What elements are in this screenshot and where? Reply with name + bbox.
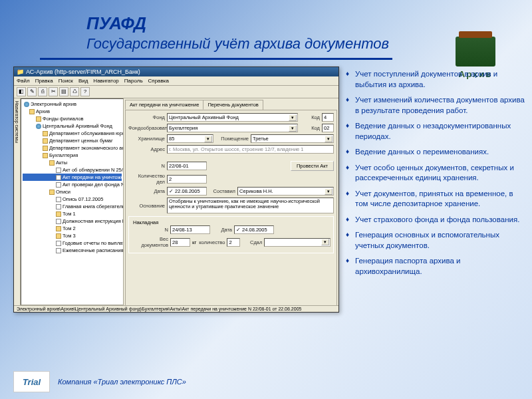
tree-item[interactable]: Акты: [23, 159, 122, 166]
room-label: Помещение: [215, 136, 249, 142]
menu-search[interactable]: Поиск: [59, 78, 73, 84]
tree-item[interactable]: Акт проверки дел фонда N 24-08/01 от 24.…: [23, 181, 122, 188]
feature-bullet: Генерация паспорта архива и архивохранил…: [346, 256, 525, 277]
qty-label: Количество дел: [128, 173, 165, 185]
folder-icon: [56, 211, 61, 217]
basis-textarea[interactable]: Отобраны к уничтожению, как не имеющие н…: [167, 198, 334, 213]
tree-item[interactable]: Описи: [23, 188, 122, 196]
tree-item[interactable]: Опись 07.12.2005: [23, 196, 122, 203]
weight-input[interactable]: 28: [170, 238, 190, 247]
weight-qty-label: количество: [198, 239, 225, 245]
fond-code-input[interactable]: 4: [322, 113, 334, 122]
tree-item[interactable]: Департамент ценных бумаг: [23, 137, 122, 144]
date-input[interactable]: ✓ 22.08.2005: [167, 187, 207, 196]
tree-item[interactable]: Департамент обслуживания юридических лиц…: [23, 130, 122, 137]
tree-item[interactable]: Должностная инструкция Главного бухгалте…: [23, 217, 122, 225]
tree-item[interactable]: Центральный Архивный Фонд: [23, 122, 122, 130]
tree-item[interactable]: Годовые отчеты по выплатам налогов в бюд…: [23, 239, 122, 247]
doc-icon: [56, 182, 61, 188]
feature-bullet: Ведение данных о незадокументированных п…: [346, 121, 525, 142]
folder-icon: [43, 153, 48, 158]
toolbar-button[interactable]: ♺: [70, 87, 79, 96]
doc-icon: [56, 197, 61, 202]
storage-dropdown[interactable]: 85: [167, 134, 213, 143]
app-icon: 📁: [17, 68, 24, 75]
feature-bullet: Учет поступлений документов в архив и вы…: [346, 69, 525, 90]
company-name: Компания «Триал электроникс ПЛС»: [58, 378, 186, 386]
menu-navigator[interactable]: Навигатор: [93, 78, 118, 84]
folder-icon: [43, 131, 48, 136]
tree-item[interactable]: Бухгалтерия: [23, 152, 122, 159]
globe-icon: [36, 124, 41, 129]
folder-icon: [29, 109, 35, 114]
tree-item[interactable]: Ежемесячные расписания по расчетному сче…: [23, 247, 122, 254]
creator-label: Фондообразователь: [128, 125, 165, 131]
inv-date-input[interactable]: ✓ 24.08.2005: [234, 225, 274, 234]
toolbar-button[interactable]: ✎: [27, 87, 37, 96]
tree-item[interactable]: Архив: [23, 108, 122, 115]
doc-icon: [56, 175, 61, 180]
feature-bullet: Учет особо ценных документов, секретных …: [346, 163, 525, 184]
fond-dropdown[interactable]: Центральный Архивный Фонд: [167, 113, 298, 122]
tab-list[interactable]: Перечень документов: [203, 100, 263, 110]
address-label: Адрес: [128, 146, 165, 152]
author-label: Составил: [209, 188, 235, 194]
folder-icon: [56, 226, 61, 231]
menu-file[interactable]: Файл: [17, 78, 30, 84]
room-dropdown[interactable]: Третье: [251, 134, 334, 143]
process-act-button[interactable]: Провести Акт: [291, 161, 334, 171]
tree-item[interactable]: Департамент экономического анализа и пла…: [23, 144, 122, 152]
tab-act[interactable]: Акт передачи на уничтожение: [125, 100, 203, 110]
folder-icon: [56, 233, 61, 239]
feature-bullet: Генерация основных и вспомогательных уче…: [346, 230, 525, 251]
basis-label: Основание: [128, 203, 165, 209]
navigator-tab[interactable]: Навигатор системы: [14, 98, 21, 305]
menu-password[interactable]: Пароль: [124, 78, 143, 84]
feature-list: Учет поступлений документов в архив и вы…: [346, 66, 525, 313]
weight-qty-input[interactable]: 2: [227, 238, 240, 247]
qty-input[interactable]: 2: [167, 175, 207, 184]
menubar: Файл Правка Поиск Вид Навигатор Пароль С…: [14, 76, 338, 86]
tree-item[interactable]: Акт об обнаружении N 25/08-01 от 25.08.2…: [23, 166, 122, 174]
tree-item[interactable]: Главная книга сберегательного банка за 2…: [23, 203, 122, 210]
toolbar-button[interactable]: ▤: [59, 87, 68, 96]
menu-view[interactable]: Вид: [78, 78, 88, 84]
code-label: Код: [300, 114, 320, 120]
tree-item[interactable]: Том 3: [23, 232, 122, 239]
tree-item[interactable]: Том 2: [23, 225, 122, 232]
weight-unit: кг: [192, 239, 196, 245]
menu-help[interactable]: Справка: [148, 78, 169, 84]
toolbar-button[interactable]: ?: [80, 87, 90, 96]
toolbar: ◧ ✎ ⎙ ✂ ▤ ♺ ?: [14, 86, 338, 98]
invoice-group: Накладная N 24/08-13 Дата ✓ 24.08.2005 В…: [128, 216, 334, 253]
statusbar: Электронный архив\Архив\Центральный Архи…: [14, 305, 338, 312]
creator-dropdown[interactable]: Бухгалтерия: [167, 124, 298, 132]
handed-dropdown[interactable]: [264, 238, 331, 247]
n-input[interactable]: 22/08-01: [167, 162, 207, 170]
folder-icon: [43, 146, 48, 151]
tree-root[interactable]: Электронный архив: [23, 100, 122, 108]
form-body: Фонд Центральный Архивный Фонд Код 4 Фон…: [125, 110, 337, 305]
handed-label: Сдал: [242, 239, 262, 245]
inv-date-label: Дата: [212, 227, 232, 233]
inv-n-label: N: [132, 227, 168, 233]
tree-item[interactable]: Том 1: [23, 210, 122, 217]
toolbar-button[interactable]: ✂: [49, 87, 58, 96]
tree-item[interactable]: Акт передачи на уничтожение N 22/08-01 о…: [23, 174, 122, 181]
inv-n-input[interactable]: 24/08-13: [170, 225, 210, 234]
tree-view[interactable]: Электронный архив АрхивФонды филиаловЦен…: [21, 98, 124, 305]
doc-icon: [56, 219, 61, 224]
folder-icon: [36, 116, 41, 122]
toolbar-button[interactable]: ◧: [17, 87, 26, 96]
date-label: Дата: [128, 188, 165, 194]
window-titlebar: 📁 АС-Архив (http-server/FIRM_ARCH_Банк): [14, 67, 338, 76]
address-input[interactable]: г. Москва, ул. Открытое шоссе, строение …: [167, 145, 334, 154]
doc-icon: [56, 241, 61, 246]
toolbar-button[interactable]: ⎙: [38, 87, 47, 96]
folder-icon: [49, 160, 55, 166]
creator-code-input[interactable]: 02: [322, 124, 334, 132]
menu-edit[interactable]: Правка: [35, 78, 53, 84]
n-label: N: [128, 163, 165, 169]
tree-item[interactable]: Фонды филиалов: [23, 115, 122, 122]
author-dropdown[interactable]: Серикова Н.Н.: [237, 187, 334, 196]
